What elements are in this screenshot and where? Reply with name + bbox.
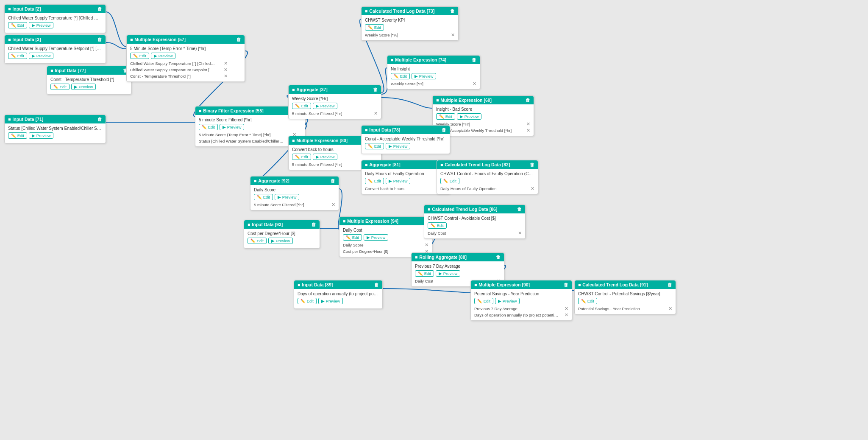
node-header-label-n18: ■Calculated Trend Log Data [86] [428, 207, 497, 212]
edit-btn-n22[interactable]: ✏️ Edit [578, 298, 597, 304]
edit-btn-n3[interactable]: ✏️ Edit [50, 84, 70, 90]
node-header-label-n13: ■Input Data [78] [365, 127, 400, 132]
trash-icon-n15[interactable]: 🗑 [530, 162, 534, 167]
node-header-n5: ■Multiple Expression [57]🗑 [127, 35, 245, 44]
node-header-n9: ■Aggregate [92]🗑 [250, 177, 339, 185]
edit-btn-n9[interactable]: ✏️ Edit [254, 194, 273, 200]
btn-row-n18: ✏️ Edit [428, 222, 522, 229]
edit-btn-n14[interactable]: ✏️ Edit [365, 178, 384, 184]
trash-icon-n11[interactable]: 🗑 [472, 57, 476, 62]
input-row-n16-0: Daily Score✕ [343, 242, 428, 248]
node-header-n3: ■Input Data [77]🗑 [47, 66, 131, 75]
remove-input-btn-n7-0[interactable]: ✕ [374, 111, 378, 116]
node-n9: ■Aggregate [92]🗑Daily Score✏️ Edit▶ Prev… [250, 176, 339, 210]
preview-btn-n16[interactable]: ▶ Preview [364, 234, 388, 241]
node-header-label-n5: ■Multiple Expression [57] [130, 37, 186, 42]
node-header-label-n14: ■Aggregate [81] [365, 162, 401, 167]
preview-btn-n8[interactable]: ▶ Preview [313, 154, 337, 160]
edit-btn-n12[interactable]: ✏️ Edit [436, 113, 455, 120]
preview-btn-n9[interactable]: ▶ Preview [275, 194, 299, 200]
trash-icon-n2[interactable]: 🗑 [97, 37, 102, 42]
preview-btn-n7[interactable]: ▶ Preview [313, 103, 337, 109]
node-label-n21: Potential Savings - Year Prediction [474, 291, 568, 296]
edit-btn-n2[interactable]: ✏️ Edit [8, 53, 27, 59]
preview-btn-n5[interactable]: ▶ Preview [151, 53, 175, 59]
trash-icon-n12[interactable]: 🗑 [526, 98, 530, 103]
edit-btn-n20[interactable]: ✏️ Edit [298, 298, 317, 304]
node-header-label-n19: ■Rolling Aggregate [88] [415, 255, 467, 260]
preview-btn-n3[interactable]: ▶ Preview [71, 84, 96, 90]
remove-input-btn-n12-0[interactable]: ✕ [526, 121, 530, 127]
edit-btn-n15[interactable]: ✏️ Edit [440, 178, 459, 184]
input-row-n5-0: Chilled Water Supply Temperature [°] [Ch… [130, 61, 228, 66]
preview-btn-n17[interactable]: ▶ Preview [268, 238, 293, 244]
remove-input-btn-n9-0[interactable]: ✕ [331, 202, 335, 207]
node-header-n22: ■Calculated Trend Log Data [91]🗑 [575, 280, 676, 289]
preview-btn-n6[interactable]: ▶ Preview [220, 124, 244, 130]
remove-input-btn-n5-2[interactable]: ✕ [224, 73, 228, 79]
preview-btn-n4[interactable]: ▶ Preview [29, 132, 53, 139]
trash-icon-n17[interactable]: 🗑 [312, 222, 316, 227]
remove-input-btn-n10-0[interactable]: ✕ [451, 32, 455, 38]
input-label-n6-0: 5 Minute Score (Temp Error * Time) [*hr] [199, 132, 270, 137]
preview-btn-n20[interactable]: ▶ Preview [318, 298, 343, 304]
trash-icon-n13[interactable]: 🗑 [442, 127, 446, 132]
remove-input-btn-n21-0[interactable]: ✕ [565, 306, 568, 311]
node-n5: ■Multiple Expression [57]🗑5 Minute Score… [126, 35, 245, 82]
remove-input-btn-n22-0[interactable]: ✕ [668, 306, 672, 311]
trash-icon-n18[interactable]: 🗑 [517, 207, 522, 212]
input-label-n21-0: Previous 7 Day Average [474, 306, 517, 311]
edit-btn-n11[interactable]: ✏️ Edit [391, 73, 410, 79]
edit-btn-n5[interactable]: ✏️ Edit [130, 53, 149, 59]
btn-row-n8: ✏️ Edit▶ Preview [292, 154, 378, 160]
trash-icon-n5[interactable]: 🗑 [236, 37, 241, 42]
edit-btn-n4[interactable]: ✏️ Edit [8, 132, 27, 139]
edit-btn-n7[interactable]: ✏️ Edit [292, 103, 311, 109]
trash-icon-n7[interactable]: 🗑 [373, 87, 378, 92]
node-n17: ■Input Data [93]🗑Cost per Degree*Hour [$… [244, 220, 320, 249]
btn-row-n13: ✏️ Edit▶ Preview [365, 143, 446, 149]
edit-btn-n19[interactable]: ✏️ Edit [415, 270, 434, 277]
trash-icon-n1[interactable]: 🗑 [97, 6, 102, 11]
remove-input-btn-n16-0[interactable]: ✕ [425, 242, 428, 248]
remove-input-btn-n21-1[interactable]: ✕ [565, 312, 568, 318]
preview-btn-n1[interactable]: ▶ Preview [29, 22, 53, 28]
preview-btn-n13[interactable]: ▶ Preview [386, 143, 410, 149]
edit-btn-n8[interactable]: ✏️ Edit [292, 154, 311, 160]
remove-input-btn-n5-1[interactable]: ✕ [224, 67, 228, 73]
input-label-n5-1: Chilled Water Supply Temperature Setpoin… [130, 67, 215, 72]
edit-btn-n10[interactable]: ✏️ Edit [365, 24, 384, 31]
remove-input-btn-n15-0[interactable]: ✕ [531, 186, 534, 191]
preview-btn-n12[interactable]: ▶ Preview [457, 113, 481, 120]
trash-icon-n22[interactable]: 🗑 [668, 282, 672, 287]
remove-input-btn-n11-0[interactable]: ✕ [473, 81, 476, 87]
edit-btn-n6[interactable]: ✏️ Edit [199, 124, 218, 130]
edit-btn-n1[interactable]: ✏️ Edit [8, 22, 27, 28]
node-header-n13: ■Input Data [78]🗑 [362, 126, 450, 134]
remove-input-btn-n18-0[interactable]: ✕ [518, 230, 522, 236]
node-label-n10: CHWST Severity KPI [365, 18, 455, 22]
preview-btn-n14[interactable]: ▶ Preview [386, 178, 410, 184]
edit-btn-n18[interactable]: ✏️ Edit [428, 222, 447, 229]
node-icon: ■ [248, 222, 250, 227]
trash-icon-n21[interactable]: 🗑 [564, 282, 568, 287]
edit-btn-n16[interactable]: ✏️ Edit [343, 234, 362, 241]
edit-btn-n13[interactable]: ✏️ Edit [365, 143, 384, 149]
preview-btn-n2[interactable]: ▶ Preview [29, 53, 53, 59]
input-row-n6-0: 5 Minute Score (Temp Error * Time) [*hr]… [199, 132, 296, 137]
trash-icon-n4[interactable]: 🗑 [97, 117, 102, 122]
preview-btn-n19[interactable]: ▶ Preview [436, 270, 460, 277]
preview-btn-n21[interactable]: ▶ Preview [495, 298, 520, 304]
edit-btn-n17[interactable]: ✏️ Edit [248, 238, 267, 244]
trash-icon-n10[interactable]: 🗑 [450, 8, 455, 14]
node-n16: ■Multiple Expression [94]🗑Daily Cost✏️ E… [339, 216, 432, 257]
trash-icon-n20[interactable]: 🗑 [374, 282, 379, 287]
node-header-label-n10: ■Calculated Trend Log Data [73] [365, 8, 434, 14]
edit-btn-n21[interactable]: ✏️ Edit [474, 298, 493, 304]
preview-btn-n11[interactable]: ▶ Preview [412, 73, 436, 79]
remove-input-btn-n12-1[interactable]: ✕ [526, 128, 530, 133]
trash-icon-n19[interactable]: 🗑 [496, 255, 501, 260]
trash-icon-n9[interactable]: 🗑 [331, 178, 335, 183]
node-header-n17: ■Input Data [93]🗑 [244, 220, 320, 229]
remove-input-btn-n5-0[interactable]: ✕ [224, 61, 228, 66]
